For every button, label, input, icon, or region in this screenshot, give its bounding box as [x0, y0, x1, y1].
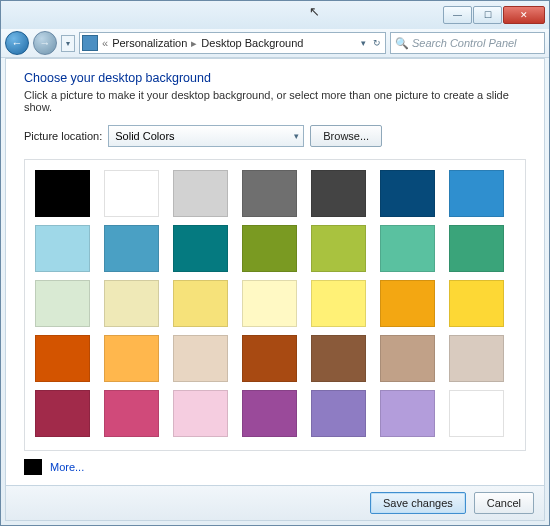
picture-location-label: Picture location:	[24, 130, 102, 142]
color-swatch[interactable]	[35, 280, 90, 327]
color-swatch[interactable]	[173, 170, 228, 217]
color-swatch[interactable]	[242, 225, 297, 272]
chevron-down-icon: ▾	[66, 39, 70, 48]
arrow-right-icon: →	[40, 37, 51, 49]
address-bar-buttons: ▾ ↻	[359, 38, 383, 48]
window: ↖ — ☐ ✕ ← → ▾ « Personalization ▸ Deskto…	[0, 0, 550, 526]
color-swatch[interactable]	[35, 335, 90, 382]
control-panel-icon	[82, 35, 98, 51]
color-swatch[interactable]	[104, 390, 159, 437]
browse-button[interactable]: Browse...	[310, 125, 382, 147]
search-icon: 🔍	[395, 37, 409, 50]
swatch-pane	[24, 159, 526, 451]
color-swatch[interactable]	[311, 390, 366, 437]
color-swatch[interactable]	[380, 335, 435, 382]
color-swatch[interactable]	[173, 225, 228, 272]
close-button[interactable]: ✕	[503, 6, 545, 24]
color-swatch[interactable]	[449, 225, 504, 272]
color-swatch[interactable]	[449, 170, 504, 217]
color-swatch[interactable]	[104, 335, 159, 382]
color-swatch[interactable]	[449, 390, 504, 437]
color-swatch[interactable]	[311, 280, 366, 327]
color-swatch[interactable]	[242, 280, 297, 327]
picture-location-value: Solid Colors	[115, 130, 174, 142]
footer: Save changes Cancel	[6, 485, 544, 520]
color-swatch[interactable]	[311, 225, 366, 272]
more-row: More...	[24, 451, 526, 475]
color-swatch[interactable]	[242, 335, 297, 382]
color-swatch[interactable]	[242, 390, 297, 437]
picture-location-row: Picture location: Solid Colors ▾ Browse.…	[24, 125, 526, 147]
color-swatch[interactable]	[242, 170, 297, 217]
search-placeholder: Search Control Panel	[412, 37, 517, 49]
color-swatch[interactable]	[35, 170, 90, 217]
color-swatch[interactable]	[449, 335, 504, 382]
save-changes-button[interactable]: Save changes	[370, 492, 466, 514]
more-link[interactable]: More...	[50, 461, 84, 473]
picture-location-select[interactable]: Solid Colors ▾	[108, 125, 304, 147]
color-swatch[interactable]	[380, 390, 435, 437]
color-swatch[interactable]	[173, 390, 228, 437]
titlebar: ↖ — ☐ ✕	[1, 1, 549, 29]
window-buttons: — ☐ ✕	[443, 6, 545, 24]
breadcrumb-current[interactable]: Desktop Background	[197, 37, 307, 49]
color-swatch[interactable]	[35, 390, 90, 437]
arrow-left-icon: ←	[12, 37, 23, 49]
forward-button[interactable]: →	[33, 31, 57, 55]
cursor-icon: ↖	[309, 4, 320, 19]
chevron-down-icon: ▾	[294, 131, 299, 141]
content-pane: Choose your desktop background Click a p…	[5, 58, 545, 521]
address-bar[interactable]: « Personalization ▸ Desktop Background ▾…	[79, 32, 386, 54]
address-dropdown[interactable]: ▾	[359, 38, 368, 48]
page-title: Choose your desktop background	[24, 71, 526, 85]
color-swatch[interactable]	[35, 225, 90, 272]
maximize-button[interactable]: ☐	[473, 6, 502, 24]
color-swatch[interactable]	[104, 225, 159, 272]
nav-bar: ← → ▾ « Personalization ▸ Desktop Backgr…	[1, 29, 549, 58]
back-button[interactable]: ←	[5, 31, 29, 55]
history-dropdown[interactable]: ▾	[61, 35, 75, 52]
color-swatch[interactable]	[380, 225, 435, 272]
color-swatch[interactable]	[311, 170, 366, 217]
color-swatch[interactable]	[173, 280, 228, 327]
breadcrumb-parent[interactable]: Personalization	[108, 37, 191, 49]
minimize-button[interactable]: —	[443, 6, 472, 24]
color-swatch[interactable]	[380, 280, 435, 327]
color-swatch[interactable]	[311, 335, 366, 382]
color-swatch[interactable]	[104, 170, 159, 217]
color-swatch[interactable]	[104, 280, 159, 327]
page-subtitle: Click a picture to make it your desktop …	[24, 89, 526, 113]
swatch-grid	[35, 170, 515, 437]
cancel-button[interactable]: Cancel	[474, 492, 534, 514]
color-swatch[interactable]	[173, 335, 228, 382]
selected-color-preview	[24, 459, 42, 475]
refresh-button[interactable]: ↻	[371, 38, 383, 48]
color-swatch[interactable]	[380, 170, 435, 217]
color-swatch[interactable]	[449, 280, 504, 327]
search-input[interactable]: 🔍 Search Control Panel	[390, 32, 545, 54]
